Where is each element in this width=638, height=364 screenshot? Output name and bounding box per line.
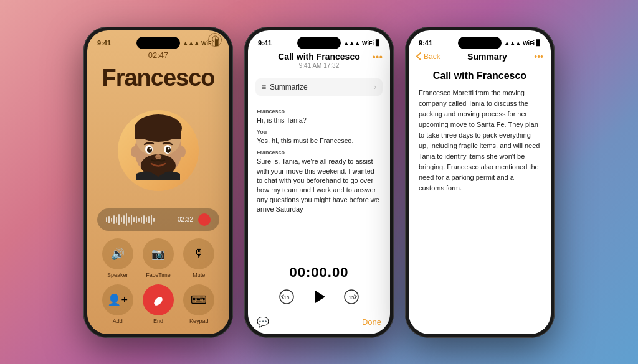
speaker-label-1: You <box>257 129 381 135</box>
dynamic-island-2 <box>297 37 341 49</box>
summarize-bar[interactable]: ≡ Summarize › <box>255 78 383 96</box>
keypad-button[interactable]: ⌨ Keypad <box>183 284 214 324</box>
end-call-button[interactable]: End <box>143 284 174 324</box>
svg-point-9 <box>166 147 171 153</box>
back-button[interactable]: Back <box>416 52 440 61</box>
mute-icon-circle: 🎙 <box>183 238 214 269</box>
summary-nav: Back Summary ••• <box>409 49 551 65</box>
svg-text:15: 15 <box>284 295 290 301</box>
transcript-subtitle: 9:41 AM 17:32 <box>268 62 370 69</box>
svg-point-8 <box>147 147 152 153</box>
summary-call-title: Call with Francesco <box>419 70 541 82</box>
summary-text: Francesco Moretti from the moving compan… <box>419 88 541 194</box>
playback-controls: 15 15 <box>248 286 390 308</box>
speaker-icon-circle: 🔊 <box>102 238 133 269</box>
phone-summary-screen: 9:41 ▲▲▲ WiFi ▊ Back Summary ••• Call wi… <box>405 27 555 338</box>
summarize-label: Summarize <box>270 83 308 91</box>
done-button[interactable]: Done <box>362 317 381 327</box>
svg-text:15: 15 <box>349 295 355 301</box>
wifi-icon-1: WiFi <box>201 40 213 46</box>
end-call-icon <box>151 293 165 307</box>
svg-marker-18 <box>315 291 325 303</box>
avatar-circle <box>118 110 199 191</box>
status-icons-1: ▲▲▲ WiFi ▊ <box>183 40 219 46</box>
dynamic-island <box>136 37 180 49</box>
record-button[interactable] <box>198 213 211 226</box>
playback-timer: 00:00.00 <box>248 264 390 281</box>
controls-row-1: 🔊 Speaker 📷 FaceTime 🎙 Mute <box>97 238 219 278</box>
transcript-body: Francesco Hi, is this Tania? You Yes, hi… <box>248 101 390 259</box>
caller-name: Francesco <box>87 65 229 91</box>
speaker-label-0: Francesco <box>257 108 381 114</box>
speaker-label-2: Francesco <box>257 149 381 156</box>
back-label: Back <box>424 52 440 61</box>
svg-point-11 <box>168 148 170 150</box>
speaker-button[interactable]: 🔊 Speaker <box>102 238 133 278</box>
svg-point-15 <box>153 295 164 306</box>
summary-nav-title: Summary <box>467 52 507 62</box>
keypad-label: Keypad <box>189 318 209 324</box>
status-time-1: 9:41 <box>97 39 111 47</box>
transcript-header: Call with Francesco 9:41 AM 17:32 ••• <box>248 49 390 73</box>
avatar-area <box>87 93 229 208</box>
chat-icon[interactable]: 💬 <box>257 316 269 328</box>
facetime-button[interactable]: 📷 FaceTime <box>143 238 174 278</box>
wifi-icon-2: WiFi <box>362 40 374 46</box>
summarize-icon: ≡ <box>262 83 266 91</box>
call-timer: 02:47 <box>87 50 229 60</box>
summarize-left: ≡ Summarize <box>262 83 308 91</box>
back-chevron-icon <box>416 52 421 60</box>
skip-back-icon: 15 <box>279 289 295 305</box>
add-label: Add <box>113 318 123 324</box>
speaker-label: Speaker <box>107 272 128 278</box>
chevron-right-icon: › <box>374 83 376 91</box>
keypad-icon-circle: ⌨ <box>183 284 214 315</box>
waveform-bar: 02:32 <box>97 208 219 231</box>
speaker-text-2: Sure is. Tania, we're all ready to assis… <box>257 157 381 214</box>
signal-icon-3: ▲▲▲ <box>504 40 521 46</box>
transcript-title: Call with Francesco <box>268 52 370 62</box>
wifi-icon-3: WiFi <box>523 40 535 46</box>
signal-icon-2: ▲▲▲ <box>343 40 360 46</box>
add-button[interactable]: 👤+ Add <box>102 284 133 324</box>
call-controls: 🔊 Speaker 📷 FaceTime 🎙 Mute 👤+ Add <box>87 231 229 334</box>
end-label: End <box>153 318 163 324</box>
skip-forward-icon: 15 <box>343 289 359 305</box>
facetime-label: FaceTime <box>146 272 171 278</box>
svg-point-13 <box>131 146 138 157</box>
skip-forward-button[interactable]: 15 <box>343 288 360 306</box>
mute-button[interactable]: 🎙 Mute <box>183 238 214 278</box>
battery-icon-1: ▊ <box>215 40 219 46</box>
svg-point-14 <box>178 146 186 157</box>
facetime-icon-circle: 📷 <box>143 238 174 269</box>
battery-icon-2: ▊ <box>376 40 380 46</box>
status-icons-3: ▲▲▲ WiFi ▊ <box>504 40 541 46</box>
dynamic-island-3 <box>458 37 502 49</box>
waveform-time: 02:32 <box>178 216 193 223</box>
summary-body: Call with Francesco Francesco Moretti fr… <box>409 65 551 198</box>
mute-label: Mute <box>193 272 205 278</box>
speaker-text-0: Hi, is this Tania? <box>257 116 381 125</box>
play-button[interactable] <box>308 286 330 308</box>
status-time-2: 9:41 <box>258 39 272 47</box>
playback-area: 00:00.00 15 15 <box>248 259 390 312</box>
end-call-icon-circle <box>143 284 174 315</box>
transcript-footer: 💬 Done <box>248 312 390 334</box>
phone-transcript-screen: 9:41 ▲▲▲ WiFi ▊ Call with Francesco 9:41… <box>244 27 394 338</box>
more-options-button[interactable]: ••• <box>372 52 383 63</box>
play-icon <box>309 287 329 307</box>
waveform-visual <box>106 213 173 226</box>
phone-call-screen: 9:41 ▲▲▲ WiFi ▊ ⓘ 02:47 Francesco <box>83 27 233 338</box>
status-time-3: 9:41 <box>419 39 432 47</box>
signal-icon-1: ▲▲▲ <box>183 40 199 46</box>
add-icon-circle: 👤+ <box>102 284 133 315</box>
controls-row-2: 👤+ Add End ⌨ Keypad <box>97 284 219 324</box>
svg-rect-3 <box>135 128 181 139</box>
skip-back-button[interactable]: 15 <box>278 288 295 306</box>
svg-point-10 <box>150 148 151 150</box>
memoji-svg <box>124 114 193 186</box>
summary-more-button[interactable]: ••• <box>534 52 543 62</box>
battery-icon-3: ▊ <box>536 40 541 46</box>
speaker-text-1: Yes, hi, this must be Francesco. <box>257 136 381 146</box>
status-icons-2: ▲▲▲ WiFi ▊ <box>343 40 380 46</box>
